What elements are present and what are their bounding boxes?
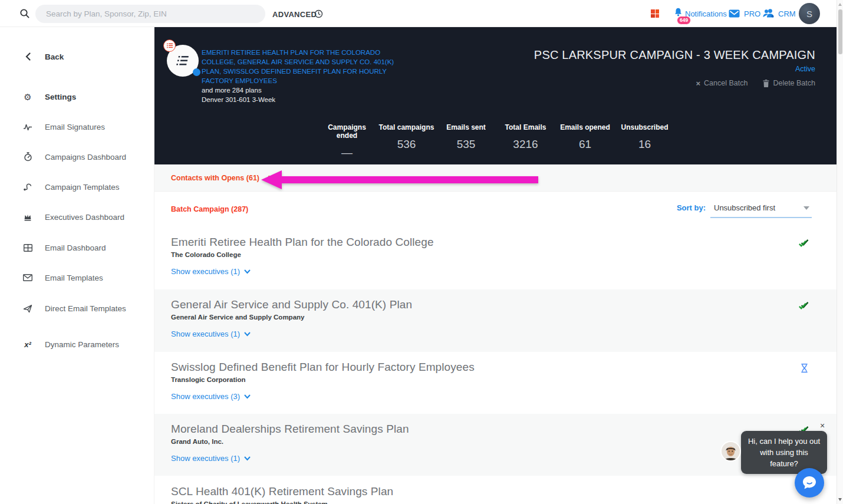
sidebar-item-campaigns-dashboard[interactable]: Campaigns Dashboard xyxy=(0,147,154,167)
plan-row: SCL Health 401(K) Retirement Savings Pla… xyxy=(154,476,837,504)
stat-campaigns-ended: Campaigns ended — xyxy=(317,123,377,159)
batch-name-text: Denver 301-601 3-Week xyxy=(202,95,402,104)
sidebar-item-label: Email Signatures xyxy=(45,123,105,131)
show-executives-link[interactable]: Show executives (1) xyxy=(171,267,251,276)
sidebar-item-label: Executives Dashboard xyxy=(45,213,124,222)
plan-title: General Air Service and Supply Co. 401(K… xyxy=(171,298,837,311)
trash-icon xyxy=(763,80,769,87)
double-check-icon xyxy=(798,301,809,311)
double-check-icon xyxy=(798,238,809,248)
plan-row: General Air Service and Supply Co. 401(K… xyxy=(154,289,837,352)
sort-by-select[interactable]: Unsubscribed first xyxy=(710,202,812,218)
chat-launcher-button[interactable] xyxy=(795,468,824,498)
crown-icon xyxy=(22,213,33,221)
show-executives-link[interactable]: Show executives (1) xyxy=(171,454,251,463)
pro-link[interactable]: PRO xyxy=(744,9,760,18)
campaign-header: EMERITI RETIREE HEALTH PLAN FOR THE COLO… xyxy=(154,27,837,164)
chevron-down-icon xyxy=(268,175,275,180)
chat-message-line2: with using this feature? xyxy=(747,447,821,469)
plan-sponsor: Sisters of Charity of Leavenworth Health… xyxy=(171,500,837,504)
vertical-scrollbar xyxy=(837,0,843,504)
show-executives-link[interactable]: Show executives (3) xyxy=(171,392,251,401)
user-avatar[interactable]: S xyxy=(799,3,820,24)
chat-close-icon[interactable]: × xyxy=(820,421,825,430)
sidebar-item-campaign-templates[interactable]: Campaign Templates xyxy=(0,177,154,197)
search-input[interactable] xyxy=(35,5,265,23)
signature-icon xyxy=(22,122,33,131)
sort-by-control: Sort by: Unsubscribed first xyxy=(677,202,812,218)
sidebar-item-email-dashboard[interactable]: Email Dashboard xyxy=(0,238,154,258)
sidebar: Back ⚙ Settings Email Signatures Campaig… xyxy=(0,27,154,504)
contacts-with-opens-label: Contacts with Opens (61) xyxy=(171,174,259,182)
plan-title: Emeriti Retiree Health Plan for the Colo… xyxy=(171,236,837,249)
flourish-icon xyxy=(22,182,33,192)
main-content: EMERITI RETIREE HEALTH PLAN FOR THE COLO… xyxy=(154,27,837,504)
sidebar-item-label: Email Dashboard xyxy=(45,243,106,252)
superscript-icon: x² xyxy=(22,340,33,349)
hourglass-icon xyxy=(800,363,809,373)
show-executives-label: Show executives (1) xyxy=(171,267,240,276)
campaign-stats: Campaigns ended — Total campaigns 536 Em… xyxy=(317,123,674,159)
cancel-x-icon: × xyxy=(696,80,700,87)
sort-by-label: Sort by: xyxy=(677,202,706,212)
show-executives-label: Show executives (1) xyxy=(171,454,240,463)
scrollbar-up-arrow[interactable] xyxy=(838,3,842,6)
sidebar-item-email-templates[interactable]: Email Templates xyxy=(0,268,154,288)
sidebar-item-label: Campaign Templates xyxy=(45,183,120,192)
sidebar-item-settings[interactable]: ⚙ Settings xyxy=(0,87,154,107)
dashboard-grid-icon xyxy=(22,244,33,252)
sidebar-item-dynamic-parameters[interactable]: x² Dynamic Parameters xyxy=(0,334,154,354)
batch-campaign-band: Batch Campaign (287) Sort by: Unsubscrib… xyxy=(154,192,837,227)
status-dot xyxy=(193,68,200,76)
more-plans-text: and more 284 plans xyxy=(202,85,402,95)
sort-by-value: Unsubscribed first xyxy=(714,203,775,212)
stat-emails-sent: Emails sent 535 xyxy=(436,123,496,159)
chat-message-bubble: Hi, can I help you out with using this f… xyxy=(741,431,827,474)
show-executives-label: Show executives (3) xyxy=(171,392,240,401)
stopwatch-icon xyxy=(22,152,33,162)
plan-title: Moreland Dealerships Retirement Savings … xyxy=(171,423,837,436)
plan-sponsor: General Air Service and Supply Company xyxy=(171,314,837,321)
campaign-status-link[interactable]: Active xyxy=(795,65,815,73)
top-bar: ADVANCED 649 Notifications PRO CRM S xyxy=(0,0,843,27)
scrollbar-thumb[interactable] xyxy=(838,9,842,54)
scrollbar-down-arrow[interactable] xyxy=(838,498,842,501)
history-clock-icon[interactable] xyxy=(314,9,323,18)
show-executives-link[interactable]: Show executives (1) xyxy=(171,330,251,338)
crm-link[interactable]: CRM xyxy=(778,9,796,18)
cancel-batch-button[interactable]: × Cancel Batch xyxy=(696,79,747,87)
apps-grid-icon[interactable] xyxy=(651,9,659,18)
stat-total-emails: Total Emails 3216 xyxy=(496,123,555,159)
mini-list-badge-icon xyxy=(163,39,176,52)
paper-plane-icon xyxy=(22,304,33,313)
chat-message-line1: Hi, can I help you out xyxy=(747,436,821,447)
envelope-icon xyxy=(22,274,33,281)
advanced-search-button[interactable]: ADVANCED xyxy=(272,10,317,19)
delete-batch-button[interactable]: Delete Batch xyxy=(763,79,815,87)
back-button[interactable]: Back xyxy=(0,47,154,67)
sidebar-item-email-signatures[interactable]: Email Signatures xyxy=(0,117,154,137)
back-chevron-icon xyxy=(22,52,33,61)
sidebar-item-label: Email Templates xyxy=(45,274,103,282)
plan-list: Emeriti Retiree Health Plan for the Colo… xyxy=(154,227,837,504)
sidebar-item-label: Settings xyxy=(45,93,76,101)
campaign-title: PSC LARKSPUR CAMPAIGN - 3 WEEK CAMPAIGN xyxy=(534,48,815,62)
plan-list-link[interactable]: EMERITI RETIREE HEALTH PLAN FOR THE COLO… xyxy=(202,49,394,84)
crm-users-icon[interactable] xyxy=(762,8,775,18)
back-label: Back xyxy=(45,52,64,61)
pro-envelope-icon[interactable] xyxy=(729,9,740,18)
sidebar-item-executives-dashboard[interactable]: Executives Dashboard xyxy=(0,207,154,227)
chevron-down-icon xyxy=(244,456,251,461)
delete-batch-label: Delete Batch xyxy=(773,79,815,87)
sidebar-item-label: Direct Email Templates xyxy=(45,304,126,313)
sidebar-item-label: Dynamic Parameters xyxy=(45,340,119,349)
plan-sponsor: The Colorado College xyxy=(171,251,837,258)
sidebar-item-label: Campaigns Dashboard xyxy=(45,153,126,162)
search-icon xyxy=(19,8,30,19)
plan-title: SCL Health 401(K) Retirement Savings Pla… xyxy=(171,485,837,498)
contacts-with-opens-toggle[interactable]: Contacts with Opens (61) xyxy=(171,174,275,182)
notifications-link[interactable]: Notifications xyxy=(685,9,727,18)
stat-total-campaigns: Total campaigns 536 xyxy=(377,123,436,159)
sidebar-item-direct-email-templates[interactable]: Direct Email Templates xyxy=(0,298,154,318)
plan-title: Swisslog Defined Benefit Plan for Hourly… xyxy=(171,361,837,374)
